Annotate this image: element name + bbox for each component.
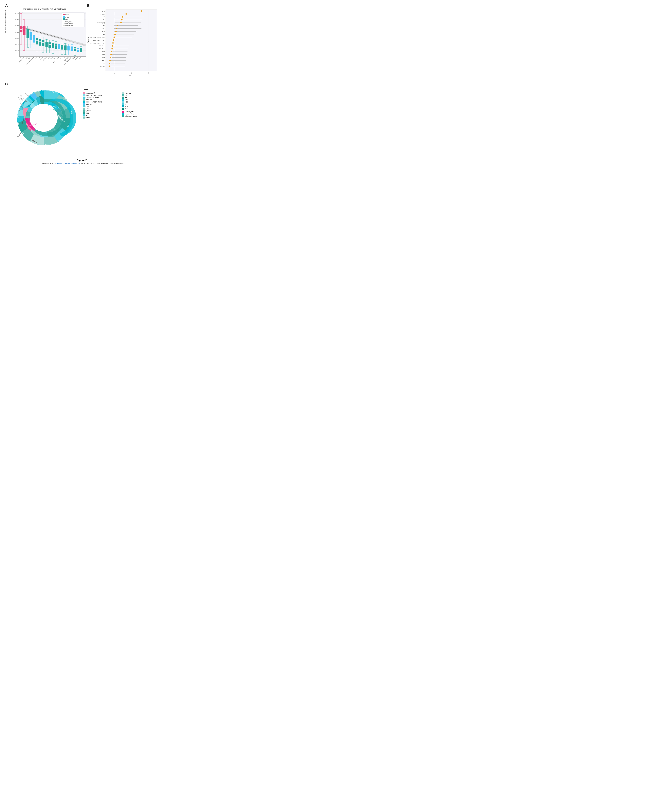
svg-text:BUN: BUN — [72, 57, 75, 59]
svg-text:RBC: RBC — [50, 57, 53, 59]
svg-point-219 — [113, 39, 114, 41]
panel-b-chart: 1 2 3 HR CPR γ_GGT — [87, 8, 162, 80]
panel-b: B 1 2 3 HR — [87, 3, 162, 80]
svg-text:CPR: CPR — [19, 57, 21, 59]
svg-point-210 — [115, 31, 117, 32]
svg-rect-61 — [39, 39, 41, 45]
svg-text:+: + — [34, 30, 35, 31]
svg-text:Coef_median: Coef_median — [65, 23, 73, 24]
svg-rect-177 — [63, 25, 65, 26]
svg-text:N/L: N/L — [38, 57, 40, 59]
svg-text:ALD: ALD — [25, 57, 28, 59]
svg-point-291 — [30, 104, 58, 132]
svg-point-192 — [125, 13, 127, 15]
svg-text:Lab: Lab — [65, 19, 68, 20]
svg-text:CD8+Tem: CD8+Tem — [99, 48, 105, 50]
svg-point-240 — [109, 60, 111, 61]
svg-rect-98 — [58, 44, 60, 49]
svg-text:N/L: N/L — [103, 19, 105, 20]
svg-point-198 — [121, 19, 123, 20]
svg-text:PTA: PTA — [79, 57, 81, 59]
svg-text:TBIL: TBIL — [17, 115, 19, 118]
svg-text:Cr: Cr — [64, 57, 66, 58]
donut-legend: Color Diameter(cm) CD4+PD1+TIGIT+TIM3+ C… — [83, 89, 159, 153]
svg-rect-104 — [61, 45, 63, 50]
svg-point-222 — [112, 42, 114, 44]
svg-text:0.025: 0.025 — [16, 50, 19, 52]
svg-rect-92 — [55, 44, 57, 48]
svg-point-228 — [112, 48, 113, 50]
panel-c-label: C — [5, 82, 8, 86]
svg-rect-110 — [64, 45, 67, 50]
svg-rect-171 — [63, 19, 65, 20]
svg-text:2: 2 — [131, 72, 132, 74]
svg-text:+: + — [44, 30, 45, 31]
svg-rect-22 — [20, 26, 22, 32]
panel-a-chart: 0.025 0.050 0.075 0.100 0.12 — [13, 11, 89, 65]
svg-text:TBIL: TBIL — [102, 28, 105, 29]
svg-point-246 — [109, 66, 110, 67]
svg-text:RBC: RBC — [102, 60, 105, 61]
svg-rect-86 — [52, 43, 54, 48]
svg-point-204 — [117, 25, 118, 26]
svg-text:0.175: 0.175 — [16, 13, 19, 14]
svg-text:%EO: %EO — [59, 57, 62, 59]
svg-text:HGB: HGB — [102, 57, 105, 58]
panel-a-label: A — [5, 3, 84, 8]
svg-text:CHE: CHE — [34, 57, 37, 59]
svg-text:FACS: FACS — [65, 16, 69, 18]
svg-point-201 — [120, 22, 122, 23]
svg-rect-48 — [33, 35, 35, 42]
svg-text:γ_GGT: γ_GGT — [100, 13, 105, 15]
svg-rect-167 — [63, 14, 65, 16]
svg-rect-116 — [67, 46, 70, 50]
panel-b-label: B — [87, 3, 162, 8]
svg-text:ALP: ALP — [102, 16, 105, 18]
svg-text:Diameter(cm): Diameter(cm) — [97, 22, 105, 23]
svg-rect-67 — [42, 40, 44, 46]
svg-text:HGB: HGB — [47, 57, 50, 59]
svg-text:+: + — [22, 12, 22, 13]
journal-link[interactable]: cancerimmunolres.aacrjournals.org — [54, 162, 80, 164]
svg-text:Clinic: Clinic — [65, 14, 69, 16]
svg-point-213 — [114, 34, 116, 35]
svg-text:0.050: 0.050 — [16, 44, 19, 45]
svg-text:Coef_mean: Coef_mean — [65, 21, 72, 22]
svg-point-234 — [111, 54, 112, 55]
svg-rect-74 — [45, 42, 48, 47]
svg-text:+: + — [69, 55, 70, 56]
panel-a: A The features coef of OS months with GB… — [5, 3, 84, 80]
svg-rect-123 — [71, 47, 73, 51]
svg-text:CD4+TIGIT+TIM3+: CD4+TIGIT+TIM3+ — [93, 39, 105, 41]
figure-caption: Figure 2 — [5, 159, 159, 161]
svg-text:CD4+PD1+TIGIT+TIM3+: CD4+PD1+TIGIT+TIM3+ — [90, 42, 105, 44]
svg-text:TBIL: TBIL — [53, 57, 56, 59]
panel-a-title: The features coef of OS months with GBS … — [5, 8, 84, 10]
svg-text:CPR: CPR — [102, 10, 105, 12]
svg-point-243 — [109, 62, 110, 64]
svg-point-195 — [122, 16, 123, 17]
svg-point-237 — [110, 57, 111, 58]
svg-rect-80 — [48, 42, 51, 48]
svg-rect-142 — [80, 48, 82, 52]
svg-text:PTA: PTA — [102, 54, 105, 55]
figure-footnote: Downloaded from cancerimmunolres.aacrjou… — [5, 162, 159, 164]
svg-rect-42 — [30, 32, 32, 40]
svg-text:3: 3 — [148, 72, 149, 74]
svg-rect-129 — [74, 47, 76, 51]
svg-text:%Lymph: %Lymph — [100, 66, 105, 67]
svg-rect-29 — [23, 26, 25, 35]
svg-point-216 — [114, 36, 115, 38]
svg-text:0.150: 0.150 — [16, 19, 19, 20]
panel-a-yaxis-label: coef of OS months with GBS estimator — [5, 8, 6, 35]
svg-text:GRAN: GRAN — [101, 25, 105, 27]
svg-rect-36 — [26, 29, 29, 38]
svg-rect-169 — [63, 16, 65, 18]
svg-point-225 — [112, 45, 113, 47]
svg-text:+: + — [75, 55, 76, 56]
svg-text:CHE: CHE — [102, 62, 105, 64]
svg-text:CD8+Tcm: CD8+Tcm — [99, 45, 105, 47]
svg-text:0.100: 0.100 — [16, 31, 19, 33]
svg-text:Cr: Cr — [103, 34, 105, 35]
svg-rect-136 — [77, 48, 79, 52]
